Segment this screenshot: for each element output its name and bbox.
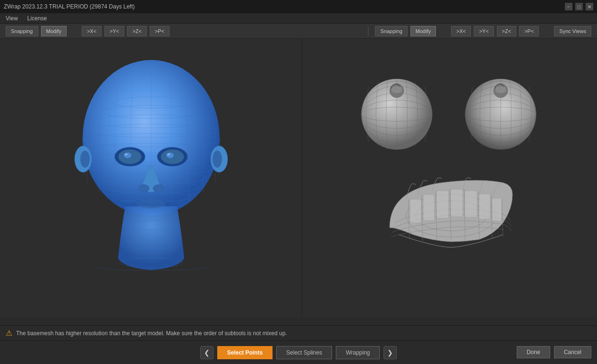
- p-right-button[interactable]: >P<: [519, 26, 539, 36]
- toolbar-divider: [368, 26, 368, 36]
- x-right-button[interactable]: >X<: [451, 26, 471, 36]
- done-button[interactable]: Done: [517, 346, 550, 358]
- modify-left-button[interactable]: Modify: [41, 26, 67, 36]
- svg-rect-53: [423, 195, 435, 220]
- menu-bar: View License: [0, 13, 597, 24]
- svg-rect-58: [492, 198, 502, 221]
- menu-view[interactable]: View: [4, 14, 20, 23]
- svg-point-23: [137, 199, 165, 209]
- svg-point-20: [167, 153, 170, 155]
- sync-views-button[interactable]: Sync Views: [554, 26, 591, 36]
- x-left-button[interactable]: >X<: [82, 26, 102, 36]
- svg-rect-56: [465, 191, 477, 217]
- z-right-button[interactable]: >Z<: [497, 26, 517, 36]
- next-arrow-button[interactable]: ❯: [384, 346, 397, 359]
- viewport: [0, 39, 597, 317]
- z-left-button[interactable]: >Z<: [127, 26, 147, 36]
- snapping-left-button[interactable]: Snapping: [6, 26, 38, 36]
- svg-point-22: [153, 185, 163, 192]
- svg-rect-54: [436, 191, 449, 218]
- select-points-button[interactable]: Select Points: [217, 346, 273, 359]
- right-models-svg: [302, 39, 597, 317]
- minimize-button[interactable]: −: [565, 3, 572, 10]
- y-right-button[interactable]: >Y<: [474, 26, 494, 36]
- y-left-button[interactable]: >Y<: [104, 26, 124, 36]
- svg-point-49: [495, 86, 506, 93]
- svg-rect-55: [451, 189, 463, 217]
- toolbar: Snapping Modify >X< >Y< >Z< >P< Snapping…: [0, 24, 597, 39]
- svg-point-16: [125, 153, 128, 155]
- cancel-button[interactable]: Cancel: [554, 346, 591, 358]
- svg-point-19: [166, 152, 174, 158]
- svg-point-15: [124, 152, 131, 158]
- menu-license[interactable]: License: [26, 14, 49, 23]
- maximize-button[interactable]: □: [575, 3, 583, 10]
- p-left-button[interactable]: >P<: [150, 26, 170, 36]
- select-splines-button[interactable]: Select Splines: [276, 346, 332, 359]
- svg-rect-52: [410, 199, 421, 223]
- svg-point-21: [139, 185, 149, 192]
- head-model-svg: [47, 55, 255, 301]
- status-message: The basemesh has higher resolution than …: [16, 330, 287, 337]
- close-button[interactable]: ✕: [586, 3, 593, 10]
- svg-rect-57: [479, 194, 490, 219]
- bottom-bar: ❮ Select Points Select Splines Wrapping …: [0, 340, 597, 364]
- window-controls: − □ ✕: [565, 3, 593, 10]
- modify-right-button[interactable]: Modify: [410, 26, 436, 36]
- wrapping-button[interactable]: Wrapping: [336, 346, 380, 359]
- right-viewport[interactable]: [302, 39, 597, 317]
- svg-point-41: [391, 86, 402, 93]
- action-buttons: Done Cancel: [517, 346, 591, 358]
- snapping-right-button[interactable]: Snapping: [375, 26, 408, 36]
- svg-point-25: [80, 151, 90, 168]
- status-bar: ⚠ The basemesh has higher resolution tha…: [0, 325, 597, 340]
- app-title: ZWrap 2023.12.3 TRIAL PERIOD (29874 Days…: [4, 3, 135, 10]
- left-viewport[interactable]: [0, 39, 302, 317]
- title-bar: ZWrap 2023.12.3 TRIAL PERIOD (29874 Days…: [0, 0, 597, 13]
- svg-point-27: [213, 151, 222, 168]
- warning-icon: ⚠: [6, 329, 12, 338]
- prev-arrow-button[interactable]: ❮: [200, 346, 213, 359]
